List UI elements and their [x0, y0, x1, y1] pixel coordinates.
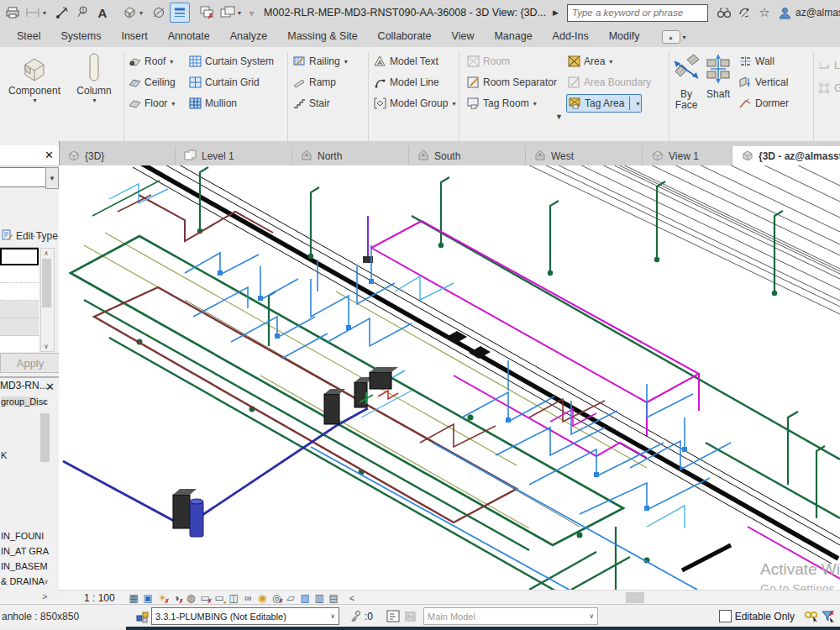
- communication-center-button[interactable]: [735, 3, 753, 22]
- view-tab-west[interactable]: West: [526, 146, 643, 165]
- editable-only-checkbox[interactable]: [719, 610, 732, 622]
- scroll-up-icon[interactable]: ∧: [42, 398, 47, 406]
- lock-3d-view-icon[interactable]: ◫: [227, 591, 241, 604]
- tab-annotate[interactable]: Annotate: [158, 27, 220, 47]
- worksharing-display-icon[interactable]: ◎✗: [270, 591, 284, 604]
- view-tab-north[interactable]: North: [292, 146, 409, 165]
- stair-button[interactable]: Stair: [293, 96, 330, 111]
- tab-modify[interactable]: Modify: [599, 27, 650, 47]
- type-selector[interactable]: [0, 167, 46, 187]
- view-tab-3d-active[interactable]: {3D - az@almasstro: [732, 146, 840, 165]
- close-palette-button[interactable]: ✕: [45, 149, 54, 161]
- column-button[interactable]: Column ▾: [71, 50, 118, 104]
- show-crop-region-icon[interactable]: ▭●: [213, 591, 227, 604]
- measure-button[interactable]: [53, 3, 71, 22]
- tab-view[interactable]: View: [442, 27, 485, 47]
- area-button[interactable]: Area▾: [568, 54, 612, 69]
- analytical-model-icon[interactable]: ▨: [298, 591, 312, 604]
- panel-flyout-icon[interactable]: ▼: [555, 113, 563, 121]
- component-button[interactable]: Component ▾: [5, 50, 64, 104]
- model-text-button[interactable]: AModel Text: [374, 54, 438, 69]
- tab-addins[interactable]: Add-Ins: [543, 27, 599, 47]
- railing-button[interactable]: Railing▾: [293, 54, 348, 69]
- favorites-button[interactable]: ☆: [755, 3, 774, 22]
- collapse-all-icon[interactable]: ⌃⌃: [30, 234, 43, 243]
- browser-item[interactable]: IN_AT GRA: [1, 546, 49, 556]
- ribbon-collapse-button[interactable]: ▲▾: [662, 30, 686, 44]
- default-3d-view-button[interactable]: ▾: [120, 3, 143, 22]
- switch-windows-button[interactable]: ▾: [218, 3, 241, 22]
- room-separator-button[interactable]: Room Separator: [467, 75, 557, 90]
- scale-button[interactable]: 1 : 100: [84, 592, 115, 604]
- title-expand-icon[interactable]: ▶: [553, 8, 559, 17]
- apply-button[interactable]: Apply: [0, 353, 60, 373]
- sun-path-icon[interactable]: ☀✗: [155, 591, 170, 604]
- by-face-button[interactable]: By Face: [670, 52, 702, 111]
- chevron-down-icon[interactable]: ▼: [45, 167, 59, 189]
- tag-button[interactable]: 1: [73, 3, 92, 22]
- close-browser-button[interactable]: ✕: [45, 381, 55, 393]
- temporary-view-properties-icon[interactable]: ▱: [284, 591, 298, 604]
- tab-massing-site[interactable]: Massing & Site: [277, 27, 367, 47]
- tab-steel[interactable]: Steel: [7, 27, 51, 47]
- tab-manage[interactable]: Manage: [484, 27, 542, 47]
- view-tab-view1[interactable]: View 1: [643, 146, 732, 165]
- model-line-button[interactable]: Model Line: [374, 75, 439, 90]
- worksets-dialog-button[interactable]: [385, 609, 402, 623]
- print-button[interactable]: [3, 3, 22, 22]
- filter-icon[interactable]: ✗: [820, 609, 837, 623]
- reveal-hidden-elements-icon[interactable]: ◉: [255, 591, 270, 604]
- ceiling-button[interactable]: Ceiling: [129, 75, 176, 90]
- roof-button[interactable]: Roof▾: [129, 54, 173, 69]
- browser-item[interactable]: K: [1, 450, 7, 460]
- temporary-hide-isolate-icon[interactable]: ∞: [241, 591, 255, 604]
- model-group-button[interactable]: Model Group▾: [374, 96, 455, 111]
- view-tab-level1[interactable]: Level 1: [176, 146, 292, 165]
- browser-item[interactable]: IN_BASEM: [1, 561, 48, 571]
- scroll-right-icon[interactable]: >: [42, 591, 47, 601]
- sign-in-button[interactable]: [775, 3, 794, 22]
- browser-item[interactable]: IN_FOUNI: [1, 531, 44, 541]
- tab-analyze[interactable]: Analyze: [220, 27, 277, 47]
- browser-item[interactable]: & DRAINA: [1, 576, 45, 586]
- horizontal-scrollbar[interactable]: [354, 591, 840, 604]
- shaft-button[interactable]: Shaft: [702, 52, 734, 100]
- tag-area-button[interactable]: Tag Area▾: [566, 94, 642, 113]
- ramp-button[interactable]: Ramp: [293, 75, 336, 90]
- floor-button[interactable]: Floor▾: [129, 96, 175, 111]
- view-tab-south[interactable]: South: [409, 146, 526, 165]
- editable-elements-icon[interactable]: [348, 609, 365, 623]
- scrollbar-thumb[interactable]: [626, 592, 644, 603]
- scroll-up-icon[interactable]: ∧: [44, 249, 49, 257]
- drawing-area[interactable]: Activate Wi Go to Settings: [59, 165, 840, 590]
- text-button[interactable]: A: [93, 3, 112, 22]
- browser-item[interactable]: group_Disc: [1, 396, 38, 407]
- mullion-button[interactable]: Mullion: [189, 96, 237, 111]
- thin-lines-button[interactable]: [170, 3, 190, 23]
- property-grid[interactable]: [0, 247, 39, 352]
- tag-room-button[interactable]: Tag Room▾: [467, 96, 537, 111]
- browser-scrollbar[interactable]: [39, 410, 51, 583]
- wall-opening-button[interactable]: Wall: [739, 54, 774, 69]
- active-workset-select[interactable]: 3.3.1-PLUMBING (Not Editable)∨: [151, 607, 339, 625]
- account-name[interactable]: az@almasstro: [795, 7, 840, 18]
- tab-collaborate[interactable]: Collaborate: [368, 27, 442, 47]
- tab-insert[interactable]: Insert: [111, 27, 157, 47]
- shadows-icon[interactable]: ◑✗: [170, 591, 184, 604]
- customize-qat-button[interactable]: ▿: [249, 8, 254, 18]
- reveal-constraints-icon[interactable]: ▤: [327, 591, 341, 604]
- design-option-select[interactable]: Main Model∨: [423, 607, 598, 625]
- dormer-opening-button[interactable]: Dormer: [739, 96, 789, 111]
- curtain-system-button[interactable]: Curtain System: [189, 54, 274, 69]
- rendering-dialog-icon[interactable]: ◍: [184, 591, 198, 604]
- curtain-grid-button[interactable]: Curtain Grid: [189, 75, 260, 90]
- tab-systems[interactable]: Systems: [51, 27, 112, 47]
- scroll-down-icon[interactable]: ∨: [44, 578, 49, 585]
- vertical-opening-button[interactable]: Vertical: [739, 75, 788, 90]
- view-tab-3d[interactable]: {3D}: [59, 146, 176, 165]
- model-canvas[interactable]: [59, 165, 840, 590]
- properties-scrollbar[interactable]: ∧ ∨: [40, 248, 55, 352]
- displacement-sets-icon[interactable]: ▥: [312, 591, 327, 604]
- scroll-down-icon[interactable]: ∨: [44, 343, 49, 350]
- section-button[interactable]: [150, 3, 168, 22]
